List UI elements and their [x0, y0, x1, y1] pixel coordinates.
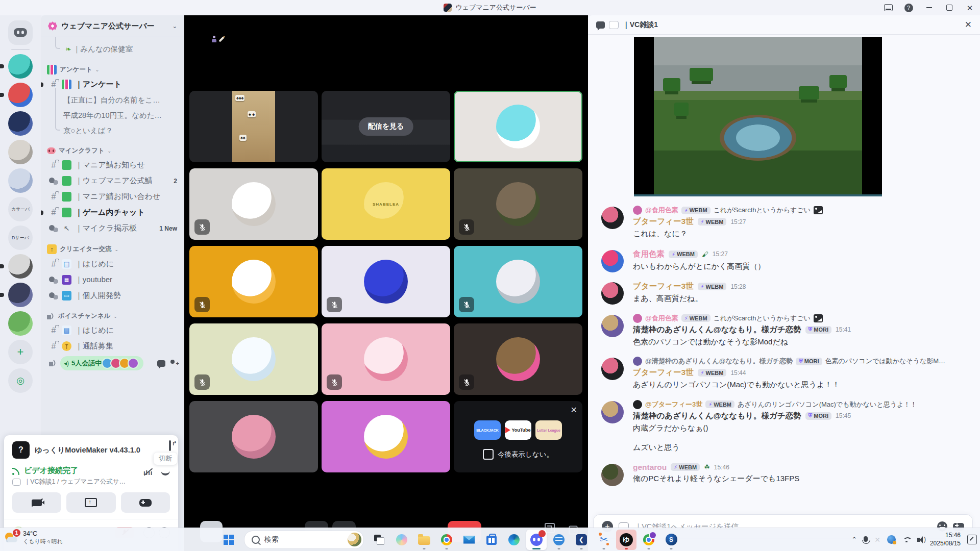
- copilot-icon[interactable]: [391, 530, 412, 550]
- video-tile-5[interactable]: [454, 168, 582, 240]
- file-explorer-icon[interactable]: [414, 530, 434, 550]
- screenshare-button-ymm[interactable]: [66, 492, 115, 513]
- server-header[interactable]: ウェブマニア公式サーバー ⌄: [41, 15, 184, 37]
- reply-context[interactable]: @清楚枠のあざりんくん@ななもり。様ガチ恋勢⛨MORI色素のパソコンでは動かなそ…: [633, 357, 972, 366]
- noise-suppression-icon[interactable]: [143, 468, 153, 476]
- shared-image-minecraft[interactable]: [634, 37, 882, 196]
- inbox-icon[interactable]: [878, 0, 898, 15]
- video-tile-3[interactable]: [189, 168, 318, 240]
- channel-item[interactable]: #｜通話募集: [44, 338, 180, 354]
- channel-item[interactable]: #｜アンケート: [44, 77, 180, 92]
- avatar[interactable]: [601, 207, 624, 229]
- maximize-button[interactable]: [939, 0, 960, 15]
- store-icon[interactable]: [481, 530, 502, 550]
- reply-context[interactable]: @食用色素⚡WEBMこれがScarcthというからすごい: [633, 314, 972, 323]
- avatar[interactable]: [601, 250, 624, 272]
- minimize-button[interactable]: [919, 0, 939, 15]
- chrome-icon[interactable]: [436, 530, 457, 550]
- username[interactable]: ブターフィー3世: [633, 281, 694, 292]
- message-group[interactable]: 食用色素⚡WEBM🖌15:27わいもわからんがとにかく高画質（）: [588, 249, 980, 272]
- server-icon-5[interactable]: [8, 168, 33, 193]
- tray-user-icon[interactable]: [887, 535, 896, 544]
- channel-item[interactable]: ｜ウェブマニア公式鯖2: [44, 173, 180, 189]
- username[interactable]: 清楚枠のあざりんくん@ななもり。様ガチ恋勢: [633, 411, 801, 421]
- username[interactable]: 清楚枠のあざりんくん@ななもり。様ガチ恋勢: [633, 324, 801, 335]
- channel-item[interactable]: #｜マニア鯖お知らせ: [44, 157, 180, 173]
- video-tile-11[interactable]: [454, 323, 582, 395]
- server-icon-4[interactable]: [8, 140, 33, 164]
- tray-chevron-icon[interactable]: ⌃: [851, 536, 857, 543]
- server-icon-6[interactable]: カサーバ: [8, 197, 33, 221]
- close-button[interactable]: ✕: [960, 0, 980, 15]
- task-view-button[interactable]: [369, 530, 389, 550]
- reply-context[interactable]: @食用色素⚡WEBMこれがScarcthというからすごい: [633, 206, 972, 215]
- channel-item[interactable]: ｜マイクラ掲示板1 New: [44, 220, 180, 236]
- channel-item[interactable]: ｜個人開発勢: [44, 288, 180, 304]
- start-button[interactable]: [218, 530, 239, 550]
- edge-icon[interactable]: [504, 530, 524, 550]
- video-tile-2[interactable]: [454, 91, 582, 162]
- activity-button[interactable]: [121, 492, 170, 513]
- video-tile-14[interactable]: ✕BLACKJACKYouTubeLetter League今後表示しない。: [454, 401, 582, 472]
- promo-app-youtube[interactable]: YouTube: [505, 420, 531, 440]
- dismiss-checkbox[interactable]: [483, 449, 494, 460]
- server-icon-8[interactable]: [8, 254, 33, 279]
- channel-item[interactable]: #｜ゲーム内チャット: [44, 205, 180, 220]
- camera-off-button[interactable]: [12, 492, 61, 513]
- message-group[interactable]: @食用色素⚡WEBMこれがScarcthというからすごいブターフィー3世⚡WEB…: [588, 206, 980, 240]
- message-group[interactable]: gentarou⚡WEBM☘15:46俺のPCそれより軽そうなシェーダーでも13…: [588, 463, 980, 485]
- voice-activity-pill[interactable]: ◂)5人会話中: [60, 356, 143, 370]
- stream-icon[interactable]: [169, 441, 171, 450]
- watch-stream-button[interactable]: 配信を見る: [359, 117, 413, 136]
- open-chat-icon[interactable]: [157, 360, 165, 367]
- wifi-icon[interactable]: [902, 537, 911, 542]
- thread-item[interactable]: ｜みんなの保健室: [44, 41, 180, 57]
- thread-item[interactable]: 平成28年の10円玉。なめた…: [44, 108, 180, 123]
- video-tile-9[interactable]: [189, 323, 318, 395]
- thread-item[interactable]: 京○といえば？: [44, 123, 180, 138]
- video-tile-1[interactable]: 配信を見る: [322, 91, 450, 162]
- reply-context[interactable]: @ブターフィー3世⚡WEBMあざりんのリンゴパソコン(Mac)でも動かないと思う…: [633, 400, 972, 409]
- disconnect-tooltip[interactable]: 切断: [154, 453, 177, 465]
- close-promo-icon[interactable]: ✕: [571, 405, 577, 415]
- avatar[interactable]: [601, 315, 624, 337]
- server-icon-2[interactable]: [8, 83, 33, 107]
- avatar[interactable]: [601, 358, 624, 380]
- server-icon-9[interactable]: [8, 283, 33, 307]
- ymm-app-icon[interactable]: ゆ: [616, 530, 636, 550]
- steam-icon[interactable]: S: [661, 530, 681, 550]
- pen-notification-icon[interactable]: [967, 535, 977, 544]
- discord-icon[interactable]: [526, 530, 547, 550]
- video-tile-13[interactable]: [322, 401, 450, 472]
- search-input[interactable]: 検索: [244, 531, 364, 549]
- username[interactable]: 食用色素: [633, 249, 665, 260]
- volume-icon[interactable]: [917, 538, 920, 542]
- server-icon-3[interactable]: [8, 111, 33, 136]
- tray-x-icon[interactable]: ✕: [874, 536, 880, 544]
- category-16[interactable]: ボイスチャンネル⌄: [47, 312, 178, 320]
- channel-item[interactable]: #｜はじめに: [44, 322, 180, 338]
- add-server-button[interactable]: +: [8, 340, 33, 364]
- invite-member-icon[interactable]: [170, 360, 178, 367]
- message-group[interactable]: @食用色素⚡WEBMこれがScarcthというからすごい清楚枠のあざりんくん@な…: [588, 314, 980, 348]
- voice-channel-item[interactable]: ◂)5人会話中: [44, 354, 180, 372]
- server-icon-1[interactable]: [8, 54, 33, 79]
- channel-item[interactable]: ｜youtuber: [44, 272, 180, 288]
- explore-servers-button[interactable]: ◎: [8, 368, 33, 393]
- message-group[interactable]: ブターフィー3世⚡WEBM15:28まあ、高画質だね。: [588, 281, 980, 305]
- thread-item[interactable]: 【正直に】自分の名前をこ…: [44, 92, 180, 108]
- clock[interactable]: 15:46 2025/08/15: [930, 532, 961, 547]
- video-tile-12[interactable]: [189, 401, 318, 472]
- video-tile-8[interactable]: [454, 246, 582, 317]
- message-group[interactable]: @清楚枠のあざりんくん@ななもり。様ガチ恋勢⛨MORI色素のパソコンでは動かなそ…: [588, 357, 980, 391]
- video-tile-0[interactable]: ♠♠♠♠ ♠♠♠: [189, 91, 318, 162]
- hangup-icon[interactable]: [161, 468, 170, 475]
- category-1[interactable]: アンケート⌄: [47, 65, 178, 74]
- chrome-profile-icon[interactable]: [639, 530, 659, 550]
- username[interactable]: ブターフィー3世: [633, 216, 694, 227]
- mail-icon[interactable]: [459, 530, 479, 550]
- username[interactable]: gentarou: [633, 463, 667, 472]
- username[interactable]: ブターフィー3世: [633, 367, 694, 378]
- video-tile-10[interactable]: [322, 323, 450, 395]
- app-blue-icon[interactable]: [549, 530, 569, 550]
